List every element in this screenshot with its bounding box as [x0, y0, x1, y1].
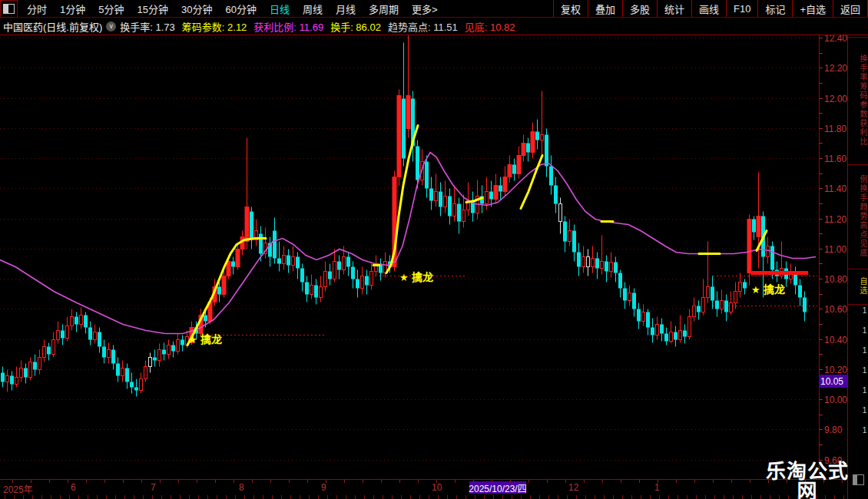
date-axis-label: 6: [71, 482, 76, 493]
date-tick: [492, 480, 492, 483]
stub-tick: [604, 495, 605, 499]
date-tick: [694, 480, 695, 483]
right-strip-tab[interactable]: 自选: [848, 269, 868, 303]
toolbar-button-标记[interactable]: 标记: [757, 0, 792, 17]
date-tick: [141, 480, 142, 483]
volume-pane-stub: [0, 495, 868, 499]
date-tick: [658, 480, 658, 483]
stub-tick: [530, 495, 531, 499]
date-tick: [639, 480, 640, 483]
right-strip-tab[interactable]: 1 1 1 1 1 1 1: [848, 304, 868, 437]
date-tick: [49, 480, 50, 483]
period-tab-15分钟[interactable]: 15分钟: [137, 2, 167, 16]
date-tick: [86, 480, 87, 483]
stub-tick: [687, 495, 687, 499]
stub-tick: [198, 495, 199, 499]
date-tick: [104, 480, 105, 483]
price-axis-label: 11.20: [824, 214, 846, 225]
period-tab-日线[interactable]: 日线: [270, 2, 290, 16]
toolbar-button-画线[interactable]: 画线: [691, 0, 726, 17]
stub-tick: [207, 495, 208, 499]
stub-tick: [438, 495, 439, 499]
window-split-icon[interactable]: [0, 0, 18, 18]
date-tick: [528, 480, 529, 483]
date-axis-label: 1: [654, 482, 660, 493]
stub-tick: [622, 495, 623, 499]
stub-tick: [410, 495, 411, 499]
toolbar-button-统计[interactable]: 统计: [657, 0, 691, 17]
stub-tick: [97, 495, 98, 499]
stub-tick: [733, 495, 734, 499]
stub-tick: [318, 495, 319, 499]
date-tick: [12, 480, 13, 483]
stub-tick: [705, 495, 706, 499]
stock-title: 中国医药(日线.前复权): [0, 19, 102, 34]
stub-tick: [115, 495, 116, 499]
stub-tick: [760, 495, 761, 499]
toolbar-button-多股[interactable]: 多股: [622, 0, 657, 17]
stub-tick: [143, 495, 144, 499]
period-tab-月线[interactable]: 月线: [336, 2, 356, 16]
date-tick: [731, 480, 732, 483]
price-axis-label: 10.00: [824, 395, 847, 405]
stub-tick: [650, 495, 651, 499]
period-tab-5分钟[interactable]: 5分钟: [98, 2, 124, 16]
stub-tick: [751, 495, 752, 499]
indicator-header: 中国医药(日线.前复权) ∨ 换手率: 1.73筹码参数: 2.12获利比例: …: [0, 18, 868, 35]
stub-tick: [51, 495, 51, 499]
period-tab-1分钟[interactable]: 1分钟: [60, 2, 85, 16]
period-tab-分时[interactable]: 分时: [27, 2, 47, 16]
toolbar-button-叠加[interactable]: 叠加: [588, 0, 622, 17]
date-tick: [160, 480, 161, 483]
period-tab-周线[interactable]: 周线: [303, 2, 323, 16]
stub-tick: [32, 495, 33, 499]
price-axis: 10.05 12.4012.2012.0011.8011.6011.4011.2…: [819, 35, 847, 479]
stub-tick: [429, 495, 429, 499]
stub-tick: [383, 495, 383, 499]
price-axis-label: 10.40: [824, 335, 847, 345]
date-tick: [344, 480, 345, 483]
signal-star-icon: ★: [399, 272, 409, 283]
stub-tick: [456, 495, 457, 499]
date-axis-label: 8: [239, 482, 244, 493]
stub-tick: [263, 495, 263, 499]
date-tick: [602, 480, 603, 483]
period-tab-更多>[interactable]: 更多>: [412, 2, 438, 16]
stub-tick: [696, 495, 697, 499]
price-axis-label: 10.80: [824, 274, 847, 285]
date-tick: [510, 480, 511, 483]
toolbar-button-+自选[interactable]: +自选: [792, 0, 833, 17]
right-strip-tab[interactable]: 换手率筹码参数获利比: [848, 37, 868, 164]
cursor-date-badge: 2025/10/23/四: [469, 481, 526, 494]
chevron-down-icon[interactable]: ∨: [106, 21, 116, 31]
stub-tick: [484, 495, 485, 499]
price-axis-label: 9.80: [824, 425, 842, 435]
watermark-site-name: 乐淘公式网: [763, 461, 852, 499]
toolbar-button-复权[interactable]: 复权: [553, 0, 588, 17]
period-tab-30分钟[interactable]: 30分钟: [181, 2, 212, 16]
price-axis-label: 10.20: [824, 365, 847, 375]
price-axis-label: 11.80: [824, 124, 846, 134]
period-tab-60分钟[interactable]: 60分钟: [225, 2, 256, 16]
panel-toggle-icon[interactable]: [853, 474, 864, 485]
stub-tick: [60, 495, 61, 499]
stub-tick: [244, 495, 245, 499]
right-strip-tab[interactable]: 例换手趋势高点见底: [848, 164, 868, 268]
stub-tick: [595, 495, 595, 499]
period-tab-多周期[interactable]: 多周期: [369, 2, 399, 16]
date-tick: [252, 480, 253, 483]
stub-tick: [641, 495, 641, 499]
indicator-field: 获利比例: 11.69: [253, 21, 323, 33]
stub-tick: [364, 495, 365, 499]
toolbar-button-F10[interactable]: F10: [726, 0, 757, 17]
stub-tick: [502, 495, 503, 499]
stub-tick: [281, 495, 282, 499]
stub-tick: [567, 495, 568, 499]
date-axis: 2025/10/23/四 2025年678910121: [0, 479, 868, 496]
signal-star-icon: ★: [188, 334, 197, 345]
stub-tick: [558, 495, 558, 499]
stub-tick: [161, 495, 162, 499]
stub-tick: [14, 495, 15, 499]
toolbar-button-返回[interactable]: 返回: [833, 0, 868, 17]
stub-tick: [742, 495, 743, 499]
